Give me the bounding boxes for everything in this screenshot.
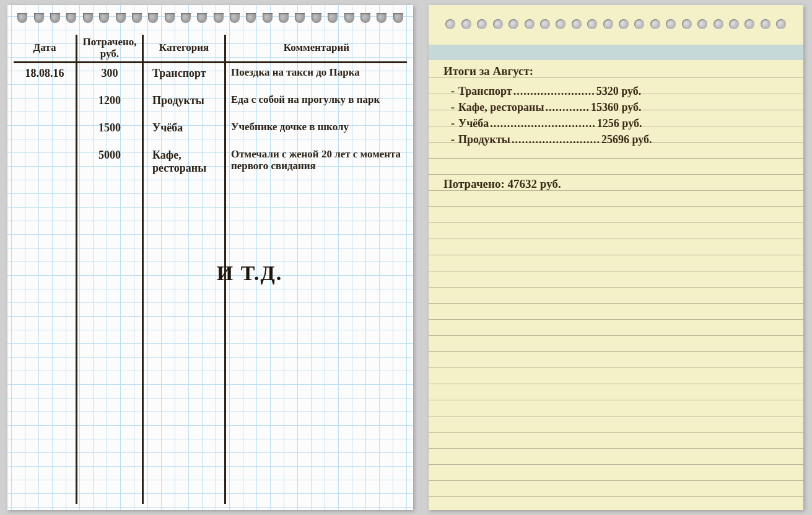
spiral-hole <box>461 19 471 29</box>
bullet-dash: - <box>451 83 455 99</box>
col-date: 18.08.16 <box>14 63 76 504</box>
summary-paper: Итоги за Август: -Транспорт.............… <box>429 5 803 510</box>
summary-item-value: 15360 руб. <box>591 99 642 115</box>
header-comment: Комментарий <box>226 35 407 61</box>
header-category: Категория <box>144 35 224 61</box>
summary-item-label: Кафе, рестораны <box>458 99 544 115</box>
table-cell: Транспорт <box>144 63 224 90</box>
leader-dots: ............. <box>546 99 590 115</box>
leader-dots: .......................... <box>512 131 600 147</box>
col-comment: Поездка на такси до ПаркаЕда с собой на … <box>226 63 407 504</box>
summary-item-label: Учёба <box>458 115 489 131</box>
spiral-hole <box>682 19 692 29</box>
summary-item: -Кафе, рестораны.............15360 руб. <box>443 99 788 115</box>
spiral-hole <box>714 19 723 29</box>
spiral-hole <box>761 19 771 29</box>
table-cell: 18.08.16 <box>14 63 76 90</box>
spiral-hole <box>666 19 676 29</box>
spiral-hole <box>603 19 613 29</box>
summary-item: -Учёба...............................125… <box>443 115 788 131</box>
spiral-hole <box>116 13 126 23</box>
spiral-hole <box>776 19 786 29</box>
spiral-hole <box>377 13 386 23</box>
spiral-hole <box>344 13 354 23</box>
bullet-dash: - <box>451 131 455 147</box>
summary-item-label: Продукты <box>458 131 510 147</box>
table-cell: 1500 <box>77 118 142 145</box>
spiral-hole <box>132 13 142 23</box>
spiral-hole <box>650 19 660 29</box>
table-cell: Отмечали с женой 20 лет с момента первог… <box>226 145 407 172</box>
table-cell <box>14 145 76 172</box>
spiral-hole <box>445 19 455 29</box>
spiral-hole <box>295 13 305 23</box>
spiral-hole <box>493 19 503 29</box>
spiral-hole <box>477 19 487 29</box>
summary-item-value: 1256 руб. <box>597 115 642 131</box>
spiral-hole <box>525 19 535 29</box>
summary-total: Потрачено: 47632 руб. <box>443 176 788 192</box>
summary-title: Итоги за Август: <box>443 63 788 79</box>
spiral-hole <box>148 13 158 23</box>
table-cell: 1200 <box>77 90 142 118</box>
spiral-hole <box>572 19 582 29</box>
table-cell: Поездка на такси до Парка <box>226 63 407 90</box>
spiral-hole <box>697 19 707 29</box>
spiral-hole <box>214 13 224 23</box>
spiral-hole <box>744 19 754 29</box>
spiral-hole <box>279 13 289 23</box>
spiral-hole <box>263 13 273 23</box>
table-cell <box>14 90 76 118</box>
ledger-header-row: Дата Потрачено, руб. Категория Комментар… <box>14 35 407 63</box>
spiral-hole <box>99 13 109 23</box>
ledger-paper: Дата Потрачено, руб. Категория Комментар… <box>7 5 413 510</box>
spiral-hole <box>66 13 76 23</box>
spiral-hole <box>312 13 321 23</box>
header-date: Дата <box>14 35 76 61</box>
spiral-hole <box>17 13 27 23</box>
header-spent: Потрачено, руб. <box>77 35 142 61</box>
leader-dots: ............................... <box>490 115 596 131</box>
spiral-hole <box>540 19 550 29</box>
spiral-hole <box>393 13 403 23</box>
spiral-hole <box>34 13 44 23</box>
top-band <box>429 45 803 60</box>
summary-list: -Транспорт........................5320 р… <box>443 83 788 147</box>
spiral-hole <box>83 13 93 23</box>
bullet-dash: - <box>451 115 455 131</box>
spiral-hole <box>556 19 565 29</box>
spiral-hole <box>165 13 175 23</box>
table-cell: Еда с собой на прогулку в парк <box>226 90 407 118</box>
spiral-hole <box>509 19 518 29</box>
table-cell: Кафе, рестораны <box>144 145 224 172</box>
spiral-hole <box>181 13 191 23</box>
spiral-hole <box>50 13 60 23</box>
ledger: Дата Потрачено, руб. Категория Комментар… <box>14 35 407 504</box>
col-spent: 300120015005000 <box>77 63 142 504</box>
table-cell: Учёба <box>144 118 224 145</box>
summary-item-value: 5320 руб. <box>596 83 642 99</box>
spiral-hole <box>246 13 256 23</box>
table-cell <box>14 118 76 145</box>
table-cell: 300 <box>77 63 142 90</box>
spiral-hole <box>729 19 739 29</box>
spiral-holes-right <box>429 16 803 32</box>
spiral-hole <box>197 13 207 23</box>
summary-item-label: Транспорт <box>458 83 512 99</box>
spiral-holes-left <box>7 10 413 25</box>
summary-item: -Продукты..........................25696… <box>443 131 788 147</box>
col-category: ТранспортПродуктыУчёбаКафе, рестораны <box>144 63 224 504</box>
spiral-hole <box>360 13 370 23</box>
table-cell: Учебнике дочке в школу <box>226 118 407 145</box>
bullet-dash: - <box>451 99 455 115</box>
ledger-body: 18.08.16 300120015005000 ТранспортПродук… <box>14 63 407 504</box>
summary-item-value: 25696 руб. <box>601 131 652 147</box>
spiral-hole <box>619 19 629 29</box>
table-cell: Продукты <box>144 90 224 118</box>
leader-dots: ........................ <box>513 83 595 99</box>
spiral-hole <box>634 19 644 29</box>
spiral-hole <box>230 13 240 23</box>
spiral-hole <box>328 13 338 23</box>
summary: Итоги за Август: -Транспорт.............… <box>443 63 788 192</box>
summary-item: -Транспорт........................5320 р… <box>443 83 788 99</box>
